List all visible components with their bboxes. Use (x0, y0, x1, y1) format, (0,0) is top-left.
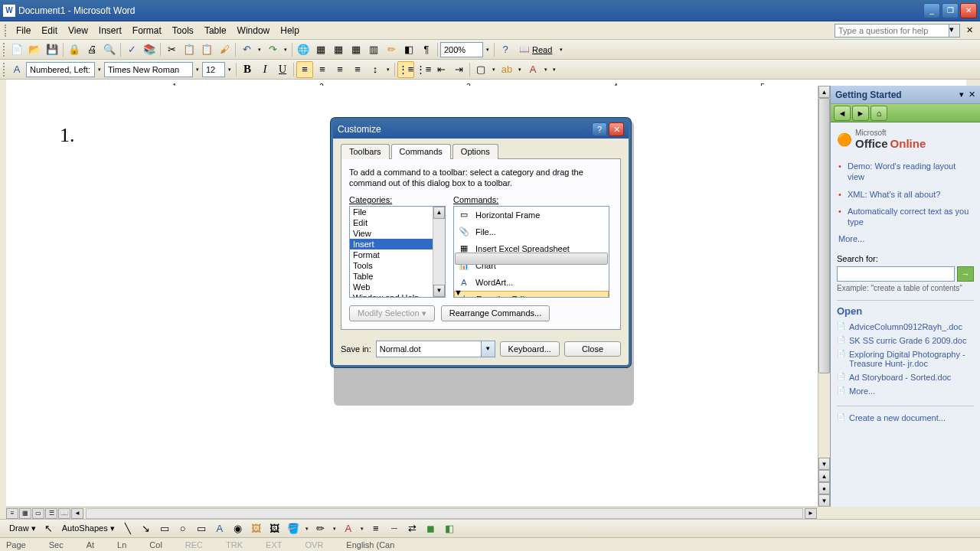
scroll-down-button[interactable]: ▼ (818, 458, 830, 470)
textbox-icon[interactable]: ▭ (193, 520, 210, 537)
numbering-button[interactable]: ⋮≡ (397, 61, 414, 78)
arrow-style-icon[interactable]: ⇄ (404, 520, 421, 537)
outline-view-button[interactable]: ☰ (45, 508, 57, 519)
insert-table-icon[interactable]: ▦ (330, 41, 347, 58)
redo-icon[interactable]: ↷ (264, 41, 281, 58)
menu-window[interactable]: Window (232, 24, 276, 37)
cut-icon[interactable]: ✂ (163, 41, 180, 58)
style-dropdown[interactable]: ▾ (96, 61, 103, 78)
research-icon[interactable]: 📚 (141, 41, 158, 58)
new-icon[interactable]: 📄 (8, 41, 25, 58)
category-item-selected[interactable]: Insert (350, 239, 445, 249)
link-more[interactable]: More... (837, 230, 974, 247)
fill-color-icon[interactable]: 🪣 (285, 520, 302, 537)
line-icon[interactable]: ╲ (119, 520, 136, 537)
drawing-icon[interactable]: ✏ (383, 41, 400, 58)
print-icon[interactable]: 🖨 (83, 41, 100, 58)
print-view-button[interactable]: ▭ (32, 508, 44, 519)
category-item[interactable]: Edit (350, 217, 445, 228)
clipart-icon[interactable]: 🖼 (248, 520, 265, 537)
link-xml[interactable]: XML: What's it all about? (837, 186, 974, 203)
align-left-button[interactable]: ≡ (296, 61, 313, 78)
justify-button[interactable]: ≡ (349, 61, 366, 78)
categories-listbox[interactable]: File Edit View Insert Format Tools Table… (349, 206, 446, 298)
more-files-link[interactable]: More... (837, 384, 974, 398)
line-style-icon[interactable]: ≡ (368, 520, 384, 537)
save-in-selector[interactable]: Normal.dot ▼ (376, 341, 495, 357)
read-button[interactable]: 📖Read (514, 41, 557, 58)
menu-table[interactable]: Table (199, 24, 232, 37)
permission-icon[interactable]: 🔒 (66, 41, 83, 58)
paste-icon[interactable]: 📋 (198, 41, 215, 58)
modify-selection-button[interactable]: Modify Selection ▾ (349, 305, 435, 321)
picture-icon[interactable]: 🖼 (266, 520, 283, 537)
next-page-button[interactable]: ▼ (818, 494, 830, 507)
status-ext[interactable]: EXT (266, 540, 282, 549)
line-spacing-button[interactable]: ↕ (367, 61, 384, 78)
command-item[interactable]: ▭Horizontal Frame (454, 207, 609, 223)
dash-style-icon[interactable]: ┈ (386, 520, 403, 537)
font-selector[interactable]: Times New Roman (104, 62, 193, 77)
font-color-button[interactable]: A (524, 61, 541, 78)
search-go-button[interactable]: → (957, 266, 974, 282)
font-color-icon[interactable]: A (340, 520, 357, 537)
taskpane-close-button[interactable]: ✕ (969, 90, 975, 99)
toolbar-options[interactable]: ▾ (557, 41, 565, 58)
close-doc-button[interactable]: ✕ (963, 24, 975, 37)
decrease-indent-button[interactable]: ⇤ (433, 61, 449, 78)
command-item[interactable]: 📎File... (454, 223, 609, 240)
hyperlink-icon[interactable]: 🌐 (295, 41, 312, 58)
reading-view-button[interactable]: 📖 (58, 508, 70, 519)
insert-excel-icon[interactable]: ▦ (348, 41, 364, 58)
diagram-icon[interactable]: ◉ (230, 520, 247, 537)
home-button[interactable]: ⌂ (871, 106, 887, 121)
menu-format[interactable]: Format (127, 24, 167, 37)
autoshapes-menu[interactable]: AutoShapes ▾ (59, 522, 118, 535)
status-trk[interactable]: TRK (226, 540, 243, 549)
size-dropdown[interactable]: ▾ (226, 61, 234, 78)
close-button[interactable]: Close (564, 341, 621, 357)
browse-object-button[interactable]: ● (818, 482, 830, 494)
category-item[interactable]: File (350, 207, 445, 217)
category-item[interactable]: Table (350, 271, 445, 282)
underline-button[interactable]: U (274, 61, 291, 78)
tab-commands[interactable]: Commands (391, 144, 451, 159)
line-color-icon[interactable]: ✏ (312, 520, 329, 537)
category-item[interactable]: Tools (350, 260, 445, 271)
tab-options[interactable]: Options (452, 144, 498, 159)
scroll-up-button[interactable]: ▲ (818, 86, 830, 98)
open-icon[interactable]: 📂 (26, 41, 43, 58)
bold-button[interactable]: B (239, 61, 256, 78)
tab-toolbars[interactable]: Toolbars (341, 144, 390, 159)
increase-indent-button[interactable]: ⇥ (450, 61, 467, 78)
style-selector[interactable]: Numbered, Left: (26, 62, 95, 77)
print-preview-icon[interactable]: 🔍 (101, 41, 118, 58)
menu-tools[interactable]: Tools (167, 24, 199, 37)
toolbar-grip[interactable] (3, 43, 6, 57)
bullets-button[interactable]: ⋮≡ (415, 61, 432, 78)
normal-view-button[interactable]: ≡ (6, 508, 18, 519)
undo-icon[interactable]: ↶ (238, 41, 255, 58)
highlight-dropdown[interactable]: ▾ (516, 61, 524, 78)
prev-page-button[interactable]: ▲ (818, 470, 830, 482)
save-icon[interactable]: 💾 (44, 41, 60, 58)
category-item[interactable]: Web (350, 282, 445, 292)
borders-dropdown[interactable]: ▾ (490, 61, 498, 78)
zoom-value[interactable]: 200% (440, 42, 483, 57)
forward-button[interactable]: ► (852, 106, 869, 121)
doc-map-icon[interactable]: ◧ (400, 41, 417, 58)
category-item[interactable]: Window and Help (350, 292, 445, 298)
back-button[interactable]: ◄ (834, 106, 851, 121)
hscroll-right[interactable]: ► (805, 508, 817, 519)
commands-listbox[interactable]: ▭Horizontal Frame 📎File... ▦Insert Excel… (453, 206, 609, 298)
undo-dropdown[interactable]: ▾ (256, 41, 263, 58)
menu-edit[interactable]: Edit (36, 24, 63, 37)
minimize-button[interactable]: _ (923, 3, 940, 18)
link-autocorrect[interactable]: Automatically correct text as you type (837, 203, 974, 231)
3d-icon[interactable]: ◧ (441, 520, 458, 537)
status-ovr[interactable]: OVR (305, 540, 323, 549)
maximize-button[interactable]: ❐ (942, 3, 959, 18)
rectangle-icon[interactable]: ▭ (156, 520, 173, 537)
align-right-button[interactable]: ≡ (332, 61, 348, 78)
draw-menu[interactable]: Draw ▾ (6, 522, 39, 535)
